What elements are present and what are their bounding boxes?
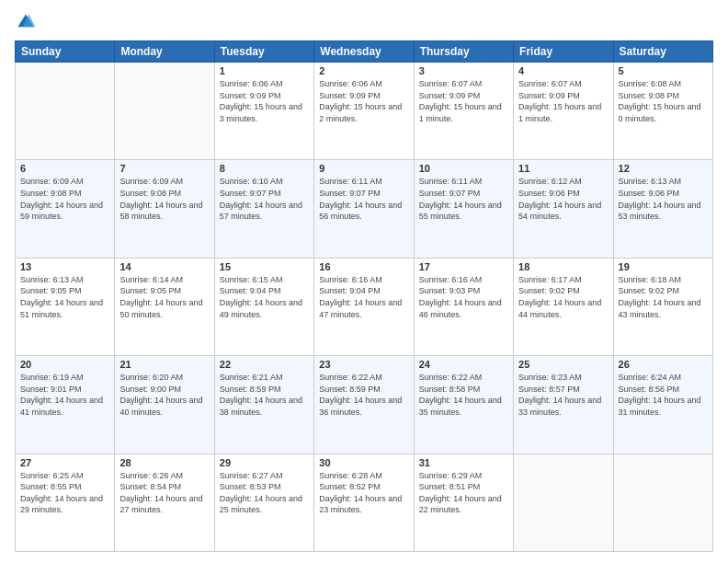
day-number: 25 bbox=[518, 359, 608, 370]
calendar-week-4: 20Sunrise: 6:19 AMSunset: 9:01 PMDayligh… bbox=[16, 356, 713, 454]
day-info: Sunrise: 6:24 AMSunset: 8:56 PMDaylight:… bbox=[619, 372, 708, 418]
day-info: Sunrise: 6:27 AMSunset: 8:53 PMDaylight:… bbox=[220, 470, 309, 516]
day-info: Sunrise: 6:09 AMSunset: 9:08 PMDaylight:… bbox=[20, 176, 109, 222]
day-number: 16 bbox=[319, 261, 408, 272]
day-info: Sunrise: 6:18 AMSunset: 9:02 PMDaylight:… bbox=[619, 274, 708, 320]
calendar-cell bbox=[514, 454, 613, 551]
day-info: Sunrise: 6:15 AMSunset: 9:04 PMDaylight:… bbox=[220, 274, 309, 320]
weekday-header-friday: Friday bbox=[514, 41, 613, 63]
calendar-cell: 3Sunrise: 6:07 AMSunset: 9:09 PMDaylight… bbox=[414, 63, 513, 160]
day-info: Sunrise: 6:14 AMSunset: 9:05 PMDaylight:… bbox=[119, 274, 209, 320]
logo bbox=[15, 11, 40, 33]
day-info: Sunrise: 6:07 AMSunset: 9:09 PMDaylight:… bbox=[419, 78, 508, 124]
day-number: 13 bbox=[20, 261, 109, 272]
day-info: Sunrise: 6:08 AMSunset: 9:08 PMDaylight:… bbox=[619, 78, 708, 124]
day-info: Sunrise: 6:21 AMSunset: 8:59 PMDaylight:… bbox=[220, 372, 309, 418]
calendar-cell: 15Sunrise: 6:15 AMSunset: 9:04 PMDayligh… bbox=[214, 258, 313, 355]
day-info: Sunrise: 6:23 AMSunset: 8:57 PMDaylight:… bbox=[518, 372, 608, 418]
calendar-cell: 9Sunrise: 6:11 AMSunset: 9:07 PMDaylight… bbox=[314, 160, 414, 258]
day-number: 23 bbox=[319, 359, 408, 370]
day-number: 8 bbox=[220, 163, 309, 174]
weekday-header-wednesday: Wednesday bbox=[314, 41, 414, 63]
day-number: 5 bbox=[619, 65, 708, 76]
calendar-cell: 2Sunrise: 6:06 AMSunset: 9:09 PMDaylight… bbox=[314, 63, 414, 160]
calendar-cell bbox=[16, 63, 115, 160]
calendar-cell: 7Sunrise: 6:09 AMSunset: 9:08 PMDaylight… bbox=[115, 160, 214, 258]
day-info: Sunrise: 6:10 AMSunset: 9:07 PMDaylight:… bbox=[220, 176, 309, 222]
day-number: 18 bbox=[518, 261, 608, 272]
calendar-cell: 19Sunrise: 6:18 AMSunset: 9:02 PMDayligh… bbox=[613, 258, 712, 355]
day-info: Sunrise: 6:06 AMSunset: 9:09 PMDaylight:… bbox=[220, 78, 309, 124]
day-number: 7 bbox=[119, 163, 209, 174]
day-number: 1 bbox=[220, 65, 309, 76]
header bbox=[15, 11, 713, 33]
day-number: 19 bbox=[619, 261, 708, 272]
weekday-header-sunday: Sunday bbox=[16, 41, 115, 63]
calendar-cell: 27Sunrise: 6:25 AMSunset: 8:55 PMDayligh… bbox=[16, 454, 115, 551]
calendar-cell: 28Sunrise: 6:26 AMSunset: 8:54 PMDayligh… bbox=[115, 454, 214, 551]
calendar-cell: 20Sunrise: 6:19 AMSunset: 9:01 PMDayligh… bbox=[16, 356, 115, 454]
calendar: SundayMondayTuesdayWednesdayThursdayFrid… bbox=[15, 40, 713, 552]
day-info: Sunrise: 6:13 AMSunset: 9:05 PMDaylight:… bbox=[20, 274, 109, 320]
weekday-header-thursday: Thursday bbox=[414, 41, 513, 63]
day-info: Sunrise: 6:20 AMSunset: 9:00 PMDaylight:… bbox=[119, 372, 209, 418]
day-number: 24 bbox=[419, 359, 508, 370]
calendar-cell: 6Sunrise: 6:09 AMSunset: 9:08 PMDaylight… bbox=[16, 160, 115, 258]
calendar-cell bbox=[613, 454, 712, 551]
calendar-cell: 29Sunrise: 6:27 AMSunset: 8:53 PMDayligh… bbox=[214, 454, 313, 551]
calendar-cell: 25Sunrise: 6:23 AMSunset: 8:57 PMDayligh… bbox=[514, 356, 613, 454]
logo-icon bbox=[15, 11, 37, 33]
day-info: Sunrise: 6:13 AMSunset: 9:06 PMDaylight:… bbox=[619, 176, 708, 222]
calendar-cell: 13Sunrise: 6:13 AMSunset: 9:05 PMDayligh… bbox=[16, 258, 115, 355]
calendar-cell: 10Sunrise: 6:11 AMSunset: 9:07 PMDayligh… bbox=[414, 160, 513, 258]
day-number: 15 bbox=[220, 261, 309, 272]
calendar-cell: 21Sunrise: 6:20 AMSunset: 9:00 PMDayligh… bbox=[115, 356, 214, 454]
day-info: Sunrise: 6:17 AMSunset: 9:02 PMDaylight:… bbox=[518, 274, 608, 320]
day-info: Sunrise: 6:29 AMSunset: 8:51 PMDaylight:… bbox=[419, 470, 508, 516]
calendar-cell: 26Sunrise: 6:24 AMSunset: 8:56 PMDayligh… bbox=[613, 356, 712, 454]
day-info: Sunrise: 6:06 AMSunset: 9:09 PMDaylight:… bbox=[319, 78, 408, 124]
day-info: Sunrise: 6:22 AMSunset: 8:59 PMDaylight:… bbox=[319, 372, 408, 418]
day-number: 30 bbox=[319, 457, 408, 468]
calendar-cell: 30Sunrise: 6:28 AMSunset: 8:52 PMDayligh… bbox=[314, 454, 414, 551]
calendar-cell: 18Sunrise: 6:17 AMSunset: 9:02 PMDayligh… bbox=[514, 258, 613, 355]
day-info: Sunrise: 6:07 AMSunset: 9:09 PMDaylight:… bbox=[518, 78, 608, 124]
calendar-cell: 11Sunrise: 6:12 AMSunset: 9:06 PMDayligh… bbox=[514, 160, 613, 258]
day-number: 4 bbox=[518, 65, 608, 76]
day-info: Sunrise: 6:26 AMSunset: 8:54 PMDaylight:… bbox=[119, 470, 209, 516]
day-info: Sunrise: 6:16 AMSunset: 9:04 PMDaylight:… bbox=[319, 274, 408, 320]
day-number: 31 bbox=[419, 457, 508, 468]
day-info: Sunrise: 6:11 AMSunset: 9:07 PMDaylight:… bbox=[319, 176, 408, 222]
day-number: 28 bbox=[119, 457, 209, 468]
day-info: Sunrise: 6:22 AMSunset: 8:58 PMDaylight:… bbox=[419, 372, 508, 418]
calendar-week-2: 6Sunrise: 6:09 AMSunset: 9:08 PMDaylight… bbox=[16, 160, 713, 258]
calendar-cell: 22Sunrise: 6:21 AMSunset: 8:59 PMDayligh… bbox=[214, 356, 313, 454]
day-info: Sunrise: 6:28 AMSunset: 8:52 PMDaylight:… bbox=[319, 470, 408, 516]
day-info: Sunrise: 6:11 AMSunset: 9:07 PMDaylight:… bbox=[419, 176, 508, 222]
calendar-week-5: 27Sunrise: 6:25 AMSunset: 8:55 PMDayligh… bbox=[16, 454, 713, 551]
day-info: Sunrise: 6:09 AMSunset: 9:08 PMDaylight:… bbox=[119, 176, 209, 222]
calendar-cell: 14Sunrise: 6:14 AMSunset: 9:05 PMDayligh… bbox=[115, 258, 214, 355]
day-info: Sunrise: 6:12 AMSunset: 9:06 PMDaylight:… bbox=[518, 176, 608, 222]
day-number: 9 bbox=[319, 163, 408, 174]
day-number: 17 bbox=[419, 261, 508, 272]
day-number: 6 bbox=[20, 163, 109, 174]
day-number: 21 bbox=[119, 359, 209, 370]
day-number: 20 bbox=[20, 359, 109, 370]
calendar-cell: 12Sunrise: 6:13 AMSunset: 9:06 PMDayligh… bbox=[613, 160, 712, 258]
day-info: Sunrise: 6:19 AMSunset: 9:01 PMDaylight:… bbox=[20, 372, 109, 418]
calendar-cell: 4Sunrise: 6:07 AMSunset: 9:09 PMDaylight… bbox=[514, 63, 613, 160]
day-number: 27 bbox=[20, 457, 109, 468]
day-number: 22 bbox=[220, 359, 309, 370]
calendar-week-1: 1Sunrise: 6:06 AMSunset: 9:09 PMDaylight… bbox=[16, 63, 713, 160]
day-number: 10 bbox=[419, 163, 508, 174]
day-number: 3 bbox=[419, 65, 508, 76]
calendar-cell: 1Sunrise: 6:06 AMSunset: 9:09 PMDaylight… bbox=[214, 63, 313, 160]
weekday-header-tuesday: Tuesday bbox=[214, 41, 313, 63]
weekday-header-saturday: Saturday bbox=[613, 41, 712, 63]
calendar-cell: 23Sunrise: 6:22 AMSunset: 8:59 PMDayligh… bbox=[314, 356, 414, 454]
weekday-header-monday: Monday bbox=[115, 41, 214, 63]
day-number: 29 bbox=[220, 457, 309, 468]
calendar-cell: 17Sunrise: 6:16 AMSunset: 9:03 PMDayligh… bbox=[414, 258, 513, 355]
day-number: 2 bbox=[319, 65, 408, 76]
